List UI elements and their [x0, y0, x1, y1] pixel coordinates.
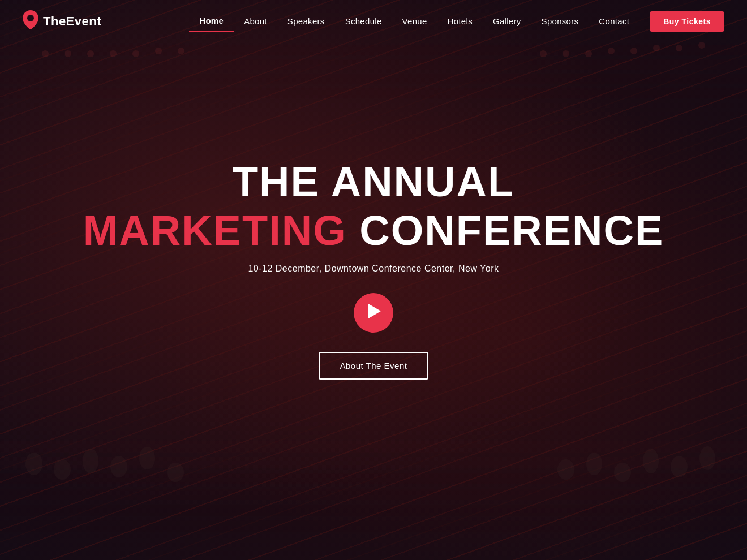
svg-point-25 [25, 453, 42, 475]
svg-point-9 [155, 48, 162, 54]
svg-point-31 [557, 459, 574, 480]
svg-rect-22 [0, 489, 747, 500]
hero-subtitle: 10-12 December, Downtown Conference Cent… [248, 264, 499, 274]
navbar: TheEvent Home About Speakers Schedule Ve… [0, 0, 747, 42]
svg-point-35 [671, 456, 688, 477]
svg-rect-1 [0, 59, 747, 70]
logo-link[interactable]: TheEvent [23, 10, 101, 32]
play-icon [368, 304, 381, 322]
nav-item-venue: Venue [392, 11, 437, 32]
logo-text: TheEvent [43, 14, 101, 29]
nav-item-schedule: Schedule [335, 11, 392, 32]
svg-point-10 [178, 48, 184, 54]
nav-link-about[interactable]: About [234, 11, 277, 32]
svg-point-7 [110, 50, 117, 57]
svg-rect-2 [0, 74, 747, 84]
nav-link-schedule[interactable]: Schedule [335, 11, 392, 32]
svg-rect-24 [0, 520, 747, 532]
nav-item-speakers: Speakers [277, 11, 335, 32]
nav-link-speakers[interactable]: Speakers [277, 11, 335, 32]
hero-title-conference: CONFERENCE [359, 207, 664, 254]
hero-title-highlight: MARKETING [83, 207, 347, 254]
svg-point-5 [65, 50, 71, 57]
svg-rect-3 [0, 88, 747, 98]
svg-point-15 [630, 48, 637, 54]
svg-rect-19 [0, 441, 747, 453]
hero-title: THE ANNUAL MARKETING CONFERENCE [83, 158, 664, 254]
buy-tickets-button[interactable]: Buy Tickets [650, 11, 724, 32]
svg-rect-23 [0, 505, 747, 516]
svg-point-27 [83, 449, 98, 473]
nav-links: Home About Speakers Schedule Venue Hotel… [189, 10, 639, 32]
nav-item-about: About [234, 11, 277, 32]
svg-point-34 [643, 449, 659, 473]
about-event-button[interactable]: About The Event [319, 352, 429, 380]
svg-point-30 [167, 463, 184, 482]
nav-item-hotels: Hotels [437, 11, 483, 32]
nav-item-sponsors: Sponsors [531, 11, 589, 32]
nav-item-contact: Contact [589, 11, 639, 32]
svg-point-16 [653, 45, 660, 51]
hero-title-line1: THE ANNUAL [83, 158, 664, 206]
svg-point-29 [139, 447, 155, 469]
svg-rect-21 [0, 473, 747, 484]
svg-point-33 [614, 463, 631, 482]
hero-content: THE ANNUAL MARKETING CONFERENCE 10-12 De… [83, 158, 664, 379]
logo-pin-icon [23, 10, 38, 32]
nav-item-home: Home [189, 10, 234, 32]
nav-link-contact[interactable]: Contact [589, 11, 639, 32]
nav-link-gallery[interactable]: Gallery [483, 11, 531, 32]
nav-link-hotels[interactable]: Hotels [437, 11, 483, 32]
svg-point-14 [608, 48, 615, 54]
nav-item-gallery: Gallery [483, 11, 531, 32]
svg-point-26 [54, 459, 71, 480]
play-video-button[interactable] [354, 293, 393, 333]
svg-point-8 [132, 50, 139, 57]
hero-title-line2: MARKETING CONFERENCE [83, 206, 664, 255]
nav-link-home[interactable]: Home [189, 10, 234, 32]
svg-point-36 [699, 446, 715, 470]
svg-point-32 [586, 453, 602, 475]
svg-point-4 [42, 50, 49, 57]
nav-link-venue[interactable]: Venue [392, 11, 437, 32]
svg-point-11 [540, 50, 547, 57]
svg-point-6 [87, 50, 94, 57]
svg-point-28 [110, 456, 127, 477]
svg-point-12 [563, 50, 569, 57]
svg-point-17 [676, 45, 682, 51]
svg-point-13 [585, 50, 592, 57]
nav-link-sponsors[interactable]: Sponsors [531, 11, 589, 32]
hero-section: TheEvent Home About Speakers Schedule Ve… [0, 0, 747, 560]
svg-point-18 [698, 42, 705, 49]
